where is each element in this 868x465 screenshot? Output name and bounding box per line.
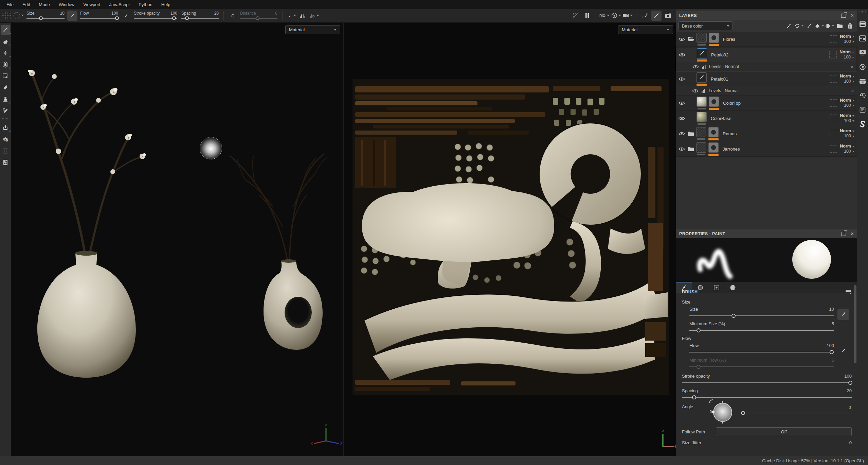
- tool-pen[interactable]: [1, 48, 10, 58]
- toolbar-size-control[interactable]: Size10: [26, 9, 65, 22]
- group-open-icon[interactable]: [688, 36, 694, 42]
- eye-icon[interactable]: [679, 77, 685, 81]
- toolbar-distance-control[interactable]: Distance8: [240, 9, 277, 22]
- min-size-slider[interactable]: [689, 328, 834, 332]
- layer-thumbnail[interactable]: [697, 72, 707, 83]
- properties-scrollbar[interactable]: [854, 285, 856, 363]
- snapshot-button[interactable]: [663, 11, 673, 21]
- distance-slider[interactable]: [240, 16, 277, 20]
- add-procedural-button[interactable]: [795, 22, 803, 30]
- tool-paint[interactable]: [1, 25, 10, 35]
- camera-view-button[interactable]: [622, 11, 633, 21]
- tool-eraser[interactable]: [1, 37, 10, 46]
- dock-color-settings-button[interactable]: [858, 63, 867, 71]
- flow-pressure-toggle[interactable]: [837, 345, 849, 357]
- dock-notes-button[interactable]: [858, 105, 867, 114]
- layer-mask-thumbnail[interactable]: [709, 33, 719, 43]
- menu-python[interactable]: Python: [134, 0, 157, 9]
- layer-name[interactable]: Flores: [723, 37, 735, 42]
- spacing-slider[interactable]: [682, 395, 852, 399]
- toolbar-spacing-control[interactable]: Spacing20: [181, 9, 219, 22]
- tool-object-info[interactable]: i: [1, 135, 10, 144]
- dock-shotgrid-button[interactable]: [858, 120, 867, 128]
- dock-layers-button[interactable]: [858, 20, 867, 29]
- menu-file[interactable]: File: [2, 0, 18, 9]
- tool-smudge[interactable]: [1, 83, 10, 92]
- layer-name[interactable]: Ramas: [723, 131, 737, 136]
- layer-selection-box[interactable]: [830, 115, 837, 122]
- tool-slice-select[interactable]: [1, 71, 10, 81]
- layer-thumbnail[interactable]: [697, 112, 707, 122]
- blend-mode[interactable]: Norm: [840, 144, 854, 149]
- layer-opacity[interactable]: 100: [844, 79, 854, 84]
- shading-mode-dropdown-right[interactable]: Material: [618, 25, 673, 34]
- float-panel-icon[interactable]: [841, 232, 846, 236]
- blend-mode[interactable]: Norm: [840, 74, 854, 79]
- stroke-tool-button[interactable]: [640, 11, 650, 21]
- menu-mode[interactable]: Mode: [34, 0, 54, 9]
- menu-window[interactable]: Window: [54, 0, 79, 9]
- group-closed-icon[interactable]: [688, 147, 694, 152]
- add-group-button[interactable]: [835, 22, 844, 30]
- mirror-button[interactable]: [297, 11, 308, 21]
- menu-javascript[interactable]: JavaScript: [105, 0, 134, 9]
- layer-selection-box[interactable]: [830, 145, 837, 153]
- layer-name[interactable]: ColorTop: [723, 101, 741, 106]
- layer-thumbnail[interactable]: [696, 127, 706, 137]
- angle-slider[interactable]: 0: [741, 411, 852, 415]
- section-menu-icon[interactable]: [845, 289, 852, 295]
- delete-layer-button[interactable]: [846, 22, 854, 30]
- layer-opacity[interactable]: 100: [844, 39, 854, 44]
- layer-thumbnail[interactable]: [697, 33, 707, 43]
- flow-slider[interactable]: [80, 16, 118, 20]
- size-slider[interactable]: [689, 314, 834, 318]
- strip-drag-handle[interactable]: [859, 11, 866, 14]
- spacing-slider[interactable]: [181, 16, 219, 20]
- flow-slider[interactable]: [689, 350, 834, 354]
- size-pressure-toggle[interactable]: [837, 309, 849, 320]
- layer-name[interactable]: Petalo02: [711, 52, 728, 57]
- shading-mode-dropdown-left[interactable]: Material: [285, 25, 340, 34]
- stroke-opacity-slider[interactable]: [682, 381, 852, 385]
- eye-icon[interactable]: [679, 37, 685, 41]
- layer-row-petalo02[interactable]: Petalo02 Norm 100 Levels - Normal ×: [676, 47, 857, 71]
- flow-pressure-button[interactable]: [121, 11, 131, 21]
- eye-icon[interactable]: [679, 132, 685, 136]
- eye-icon[interactable]: [679, 101, 685, 105]
- angle-dial[interactable]: 0: [713, 403, 732, 422]
- layer-thumbnail[interactable]: [697, 97, 707, 107]
- toolbar-flow-control[interactable]: Flow100: [80, 9, 118, 22]
- min-flow-slider[interactable]: [689, 365, 834, 369]
- menu-edit[interactable]: Edit: [18, 0, 34, 9]
- size-slider[interactable]: [26, 16, 65, 20]
- stroke-opacity-slider[interactable]: [134, 16, 177, 20]
- layer-name[interactable]: Jarrones: [723, 147, 740, 152]
- dock-archive-button[interactable]: [858, 77, 867, 86]
- menu-viewport[interactable]: Viewport: [79, 0, 105, 9]
- remove-adjustment-icon[interactable]: ×: [851, 88, 854, 93]
- dock-panel-settings-button[interactable]: [858, 34, 867, 43]
- brush-tip-selector[interactable]: [14, 11, 24, 21]
- tool-sync[interactable]: [1, 158, 10, 167]
- geometry-view-button[interactable]: [611, 11, 621, 21]
- blend-mode[interactable]: Norm: [840, 98, 854, 103]
- layer-thumbnail[interactable]: [697, 48, 707, 58]
- pause-button[interactable]: [582, 11, 592, 21]
- viewport-uv[interactable]: Material V U: [344, 23, 676, 456]
- blend-mode[interactable]: Norm: [840, 113, 854, 118]
- viewport-3d[interactable]: Material Y X Z: [11, 23, 343, 456]
- paint-mode-button[interactable]: [651, 11, 662, 21]
- layer-row-colorbase[interactable]: ColorBase Norm 100: [676, 111, 857, 126]
- layer-row-jarrones[interactable]: Jarrones Norm 100: [676, 141, 857, 157]
- tool-sphere-project[interactable]: [1, 60, 10, 69]
- blend-mode[interactable]: Norm: [840, 128, 854, 134]
- blend-mode[interactable]: Norm: [839, 50, 854, 55]
- mirror-settings-button[interactable]: [309, 11, 319, 21]
- toolbar-stroke-opacity-control[interactable]: Stroke opacity100: [134, 9, 177, 22]
- layer-name[interactable]: ColorBase: [711, 116, 731, 121]
- eye-icon[interactable]: [679, 53, 685, 57]
- layer-selection-box[interactable]: [830, 35, 837, 43]
- layer-selection-box[interactable]: [829, 51, 837, 58]
- tool-clone-stamp[interactable]: [1, 94, 10, 104]
- eye-icon[interactable]: [679, 116, 685, 121]
